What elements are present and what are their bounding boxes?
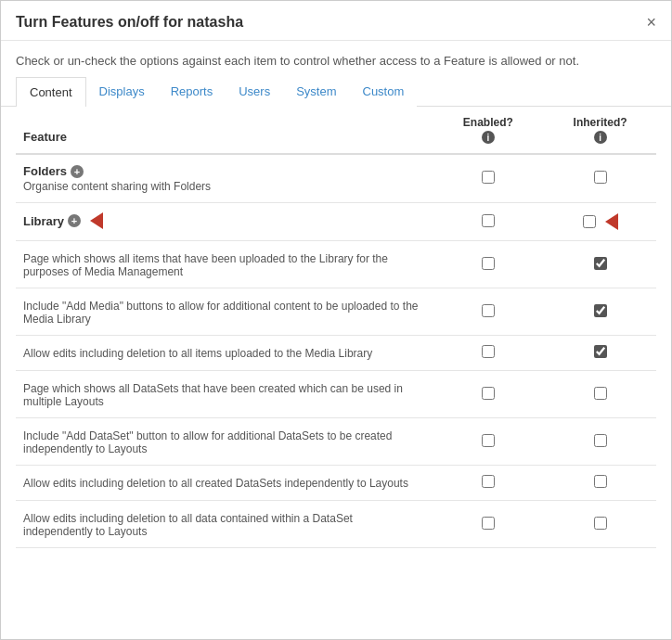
sub1-enabled-cell[interactable]	[433, 241, 545, 288]
feature-cell-sub3: Allow edits including deletion to all it…	[16, 336, 433, 371]
library-inherited-red-arrow	[605, 213, 618, 230]
feature-cell-sub7: Allow edits including deletion to all da…	[16, 501, 433, 548]
modal: Turn Features on/off for natasha × Check…	[0, 0, 672, 640]
folders-add-icon: +	[71, 165, 84, 178]
sub7-inherited-cell[interactable]	[544, 501, 656, 548]
feature-desc-sub1: Page which shows all items that have bee…	[23, 252, 425, 278]
library-red-arrow-wrapper	[84, 212, 103, 229]
feature-cell-sub5: Include "Add DataSet" button to allow fo…	[16, 418, 433, 466]
table-row: Library +	[16, 203, 656, 241]
feature-cell-sub6: Allow edits including deletion to all cr…	[16, 466, 433, 501]
table-row: Page which shows all items that have bee…	[16, 241, 656, 288]
sub2-enabled-cell[interactable]	[433, 288, 545, 336]
inherited-info-icon: i	[594, 131, 607, 144]
feature-desc-sub7: Allow edits including deletion to all da…	[23, 512, 425, 538]
modal-header: Turn Features on/off for natasha ×	[1, 1, 671, 41]
feature-cell-sub2: Include "Add Media" buttons to allow for…	[16, 288, 433, 336]
tab-system[interactable]: System	[283, 77, 349, 107]
library-enabled-cell[interactable]	[433, 203, 545, 241]
library-inherited-checkbox[interactable]	[583, 215, 596, 228]
feature-desc-folders: Organise content sharing with Folders	[23, 180, 425, 193]
folders-inherited-checkbox[interactable]	[594, 171, 607, 184]
feature-cell-sub1: Page which shows all items that have bee…	[16, 241, 433, 288]
tab-users[interactable]: Users	[226, 77, 283, 107]
sub1-inherited-checkbox[interactable]	[594, 257, 607, 270]
table-row: Include "Add DataSet" button to allow fo…	[16, 418, 656, 466]
table-row: Folders + Organise content sharing with …	[16, 154, 656, 203]
sub4-enabled-cell[interactable]	[433, 371, 545, 418]
feature-name-library: Library +	[23, 212, 425, 229]
table-row: Allow edits including deletion to all cr…	[16, 466, 656, 501]
feature-name-folders: Folders +	[23, 164, 425, 178]
sub6-enabled-checkbox[interactable]	[482, 475, 495, 488]
sub4-enabled-checkbox[interactable]	[482, 387, 495, 400]
sub3-enabled-checkbox[interactable]	[482, 345, 495, 358]
sub4-inherited-checkbox[interactable]	[594, 387, 607, 400]
feature-cell-folders: Folders + Organise content sharing with …	[16, 154, 433, 203]
sub7-inherited-checkbox[interactable]	[594, 517, 607, 530]
sub6-inherited-checkbox[interactable]	[594, 475, 607, 488]
table-row: Allow edits including deletion to all it…	[16, 336, 656, 371]
tab-reports[interactable]: Reports	[158, 77, 226, 107]
feature-cell-library: Library +	[16, 203, 433, 241]
sub5-enabled-cell[interactable]	[433, 418, 545, 466]
library-red-arrow	[90, 212, 103, 229]
folders-enabled-checkbox[interactable]	[482, 171, 495, 184]
modal-title: Turn Features on/off for natasha	[16, 14, 243, 31]
library-enabled-checkbox[interactable]	[482, 214, 495, 227]
library-inherited-arrow-wrapper	[551, 213, 649, 230]
feature-col-header: Feature	[16, 107, 433, 154]
table-row: Page which shows all DataSets that have …	[16, 371, 656, 418]
sub1-inherited-cell[interactable]	[544, 241, 656, 288]
table-container: Feature Enabled? i Inherited? i	[1, 107, 671, 563]
folders-inherited-cell[interactable]	[544, 154, 656, 203]
sub3-inherited-checkbox[interactable]	[594, 345, 607, 358]
sub6-inherited-cell[interactable]	[544, 466, 656, 501]
feature-desc-sub6: Allow edits including deletion to all cr…	[23, 477, 425, 490]
enabled-info-icon: i	[482, 131, 495, 144]
table-row: Include "Add Media" buttons to allow for…	[16, 288, 656, 336]
sub4-inherited-cell[interactable]	[544, 371, 656, 418]
sub1-enabled-checkbox[interactable]	[482, 257, 495, 270]
tab-content[interactable]: Content	[16, 77, 86, 107]
feature-desc-sub4: Page which shows all DataSets that have …	[23, 382, 425, 408]
sub7-enabled-cell[interactable]	[433, 501, 545, 548]
sub7-enabled-checkbox[interactable]	[482, 517, 495, 530]
sub2-inherited-cell[interactable]	[544, 288, 656, 336]
tab-bar: Content Displays Reports Users System Cu…	[1, 77, 671, 107]
sub2-enabled-checkbox[interactable]	[482, 304, 495, 317]
table-row: Allow edits including deletion to all da…	[16, 501, 656, 548]
enabled-col-header: Enabled? i	[433, 107, 545, 154]
folders-enabled-cell[interactable]	[433, 154, 545, 203]
library-add-icon: +	[68, 214, 81, 227]
close-button[interactable]: ×	[646, 14, 656, 31]
feature-cell-sub4: Page which shows all DataSets that have …	[16, 371, 433, 418]
tab-custom[interactable]: Custom	[350, 77, 418, 107]
feature-desc-sub2: Include "Add Media" buttons to allow for…	[23, 300, 425, 326]
sub5-inherited-checkbox[interactable]	[594, 434, 607, 447]
inherited-col-header: Inherited? i	[544, 107, 656, 154]
table-header-row: Feature Enabled? i Inherited? i	[16, 107, 656, 154]
sub5-inherited-cell[interactable]	[544, 418, 656, 466]
library-inherited-cell[interactable]	[544, 203, 656, 241]
feature-desc-sub3: Allow edits including deletion to all it…	[23, 347, 425, 360]
sub3-inherited-cell[interactable]	[544, 336, 656, 371]
sub3-enabled-cell[interactable]	[433, 336, 545, 371]
sub6-enabled-cell[interactable]	[433, 466, 545, 501]
feature-desc-sub5: Include "Add DataSet" button to allow fo…	[23, 429, 425, 455]
sub5-enabled-checkbox[interactable]	[482, 434, 495, 447]
sub2-inherited-checkbox[interactable]	[594, 304, 607, 317]
features-table: Feature Enabled? i Inherited? i	[16, 107, 656, 548]
tab-displays[interactable]: Displays	[86, 77, 158, 107]
modal-subtitle: Check or un-check the options against ea…	[1, 41, 671, 77]
